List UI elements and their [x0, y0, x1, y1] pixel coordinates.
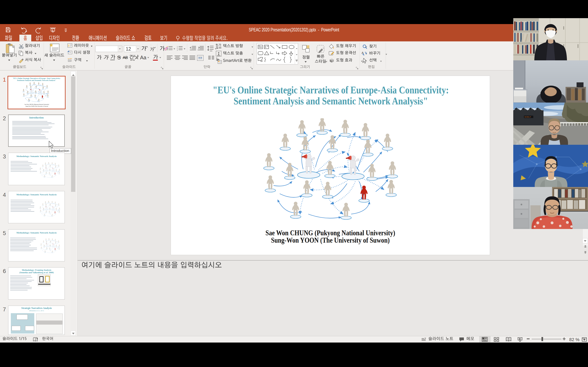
- svg-text:3: 3: [177, 49, 178, 51]
- svg-text:2: 2: [177, 47, 178, 49]
- svg-text:MOBILIT: MOBILIT: [525, 116, 531, 118]
